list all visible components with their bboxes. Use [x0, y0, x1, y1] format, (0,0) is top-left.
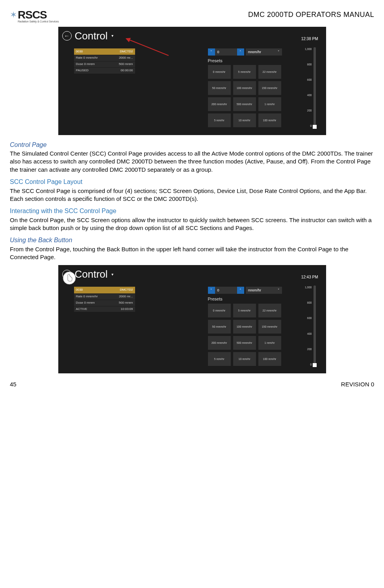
logo: ✶ RSCS Radiation Safety & Control Servic… — [10, 10, 59, 24]
preset-button[interactable]: 100 mrem/hr — [233, 81, 256, 95]
control-screen-1: ← Control ▾ 12:38 PM 0030 DMCTD2 Rate 0 … — [58, 27, 326, 135]
chevron-down-icon: ˅ — [278, 50, 280, 54]
unit-dropdown[interactable]: mrem/hr˅ — [246, 287, 282, 294]
hand-cursor-icon — [62, 271, 76, 285]
device-card[interactable]: 0030 DMCTD2 Rate 0 mrem/hr2000 mr... Dos… — [74, 48, 135, 74]
preset-button[interactable]: 5 rem/hr — [208, 113, 231, 127]
rate-value[interactable]: 0 — [215, 48, 237, 56]
preset-button[interactable]: 150 mrem/hr — [258, 81, 281, 95]
figure-1: ← Control ▾ 12:38 PM 0030 DMCTD2 Rate 0 … — [10, 27, 374, 135]
svg-line-0 — [129, 40, 169, 56]
device-name: DMCTD2 — [120, 50, 133, 54]
document-title: DMC 2000TD OPERATORS MANUAL — [248, 10, 374, 19]
body-text: The SCC Control Page is comprised of fou… — [10, 187, 374, 203]
logo-subtext: Radiation Safety & Control Services — [18, 20, 59, 23]
preset-button[interactable]: 22 mrem/hr — [258, 65, 281, 79]
preset-button[interactable]: 150 mrem/hr — [258, 320, 281, 334]
rate-slider[interactable]: 1,000 800 600 400 200 0 — [303, 47, 319, 128]
preset-button[interactable]: 1 rem/hr — [258, 336, 281, 350]
figure-2: ← Control ▾ 12:43 PM 0030 DMCTD2 Rate 0 … — [10, 265, 374, 373]
body-text: From the Control Page, touching the Back… — [10, 245, 374, 262]
presets-label: Presets — [208, 296, 314, 302]
preset-button[interactable]: 50 mrem/hr — [208, 81, 231, 95]
preset-button[interactable]: 0 mrem/hr — [208, 304, 231, 317]
preset-button[interactable]: 1 rem/hr — [258, 97, 281, 111]
device-id: 0030 — [76, 288, 83, 292]
page-header: ✶ RSCS Radiation Safety & Control Servic… — [10, 10, 374, 24]
page-footer: 45 REVISION 0 — [10, 380, 374, 388]
preset-button[interactable]: 10 rem/hr — [233, 113, 256, 127]
device-name: DMCTD2 — [120, 288, 133, 292]
preset-button[interactable]: 200 mrem/hr — [208, 336, 231, 350]
chevron-down-icon: ˅ — [278, 288, 280, 293]
preset-button[interactable]: 200 mrem/hr — [208, 97, 231, 111]
preset-button[interactable]: 100 mrem/hr — [233, 320, 256, 334]
clock: 12:43 PM — [301, 275, 318, 280]
heading-control-page: Control Page — [10, 141, 374, 149]
preset-button[interactable]: 22 mrem/hr — [258, 304, 281, 317]
preset-grid: 0 mrem/hr 5 mrem/hr 22 mrem/hr 50 mrem/h… — [208, 65, 314, 127]
preset-button[interactable]: 100 rem/hr — [258, 352, 281, 366]
chevron-down-icon[interactable]: ▾ — [111, 272, 113, 277]
screen-title: Control — [75, 29, 108, 43]
revision: REVISION 0 — [341, 380, 374, 388]
back-button[interactable]: ← — [62, 31, 72, 41]
body-text: The Simulated Control Center (SCC) Contr… — [10, 150, 374, 174]
device-card[interactable]: 0030 DMCTD2 Rate 0 mrem/hr2000 mr... Dos… — [74, 287, 135, 312]
step-up-button[interactable]: ˄ — [237, 287, 244, 294]
heading-interacting: Interacting with the SCC Control Page — [10, 207, 374, 215]
preset-button[interactable]: 0 mrem/hr — [208, 65, 231, 79]
logo-text: RSCS — [18, 10, 59, 20]
preset-button[interactable]: 500 mrem/hr — [233, 97, 256, 111]
preset-button[interactable]: 5 mrem/hr — [233, 65, 256, 79]
preset-grid: 0 mrem/hr 5 mrem/hr 22 mrem/hr 50 mrem/h… — [208, 304, 314, 366]
control-screen-2: ← Control ▾ 12:43 PM 0030 DMCTD2 Rate 0 … — [58, 265, 326, 373]
preset-button[interactable]: 5 rem/hr — [208, 352, 231, 366]
preset-button[interactable]: 10 rem/hr — [233, 352, 256, 366]
preset-button[interactable]: 5 mrem/hr — [233, 304, 256, 317]
screen-title: Control — [75, 267, 108, 281]
preset-button[interactable]: 500 mrem/hr — [233, 336, 256, 350]
device-id: 0030 — [76, 50, 83, 54]
heading-layout: SCC Control Page Layout — [10, 178, 374, 186]
step-down-button[interactable]: ˅ — [208, 287, 215, 294]
rate-value[interactable]: 0 — [215, 287, 237, 294]
heading-back-button: Using the Back Button — [10, 236, 374, 245]
rate-slider[interactable]: 1,000 800 600 400 200 0 — [303, 286, 319, 366]
slider-thumb[interactable] — [313, 363, 317, 367]
slider-thumb[interactable] — [313, 125, 317, 129]
step-down-button[interactable]: ˅ — [208, 48, 215, 56]
unit-dropdown[interactable]: mrem/hr˅ — [246, 48, 282, 56]
preset-button[interactable]: 50 mrem/hr — [208, 320, 231, 334]
step-up-button[interactable]: ˄ — [237, 48, 244, 56]
logo-star-icon: ✶ — [10, 9, 17, 21]
chevron-down-icon[interactable]: ▾ — [111, 33, 113, 39]
clock: 12:38 PM — [301, 36, 318, 42]
presets-label: Presets — [208, 58, 314, 64]
preset-button[interactable]: 100 rem/hr — [258, 113, 281, 127]
body-text: On the Control Page, the SCC Screen opti… — [10, 216, 374, 232]
page-number: 45 — [10, 380, 17, 388]
